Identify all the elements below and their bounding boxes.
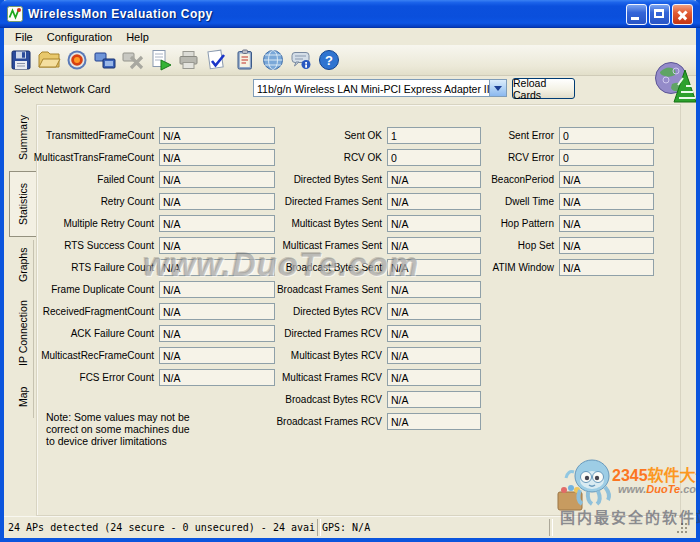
stat-value-field: N/A: [159, 259, 275, 276]
stat-row: ATIM WindowN/A: [460, 256, 654, 278]
stat-label: Retry Count: [30, 196, 154, 207]
stat-row: RTS Failure CountN/A: [30, 256, 275, 278]
stats-column-traffic: Sent OK1RCV OK0Directed Bytes SentN/ADir…: [276, 124, 481, 432]
network-card-dropdown[interactable]: 11b/g/n Wireless LAN Mini-PCI Express Ad…: [253, 79, 507, 97]
stat-value-field: N/A: [159, 149, 275, 166]
title-bar: WirelessMon Evaluation Copy: [0, 0, 700, 28]
stat-value-field: N/A: [159, 347, 275, 364]
stat-row: BeaconPeriodN/A: [460, 168, 654, 190]
stat-label: Multicast Frames RCV: [276, 372, 382, 383]
disconnect-button[interactable]: [119, 47, 147, 74]
stat-row: RCV Error0: [460, 146, 654, 168]
print-icon: [177, 48, 201, 72]
stat-value-field: N/A: [387, 347, 481, 364]
network-cards-button[interactable]: [91, 47, 119, 74]
stat-label: ATIM Window: [460, 262, 554, 273]
resize-grip[interactable]: [681, 523, 693, 535]
stat-label: ACK Failure Count: [30, 328, 154, 339]
stat-value-field: N/A: [159, 215, 275, 232]
disconnect-icon: [121, 48, 145, 72]
stat-label: RTS Success Count: [30, 240, 154, 251]
stat-label: Hop Set: [460, 240, 554, 251]
status-divider: [317, 519, 321, 536]
stat-label: Hop Pattern: [460, 218, 554, 229]
stat-value-field: N/A: [387, 413, 481, 430]
run-test-icon: [149, 48, 173, 72]
stat-label: RTS Failure Count: [30, 262, 154, 273]
record-button[interactable]: [63, 47, 91, 74]
feedback-icon: [289, 48, 313, 72]
menu-file[interactable]: File: [8, 30, 40, 44]
stat-label: BeaconPeriod: [460, 174, 554, 185]
stat-label: MulticastRecFrameCount: [30, 350, 154, 361]
open-button[interactable]: [35, 47, 63, 74]
stat-row: ReceivedFragmentCountN/A: [30, 300, 275, 322]
stat-row: Broadcast Frames RCVN/A: [276, 410, 481, 432]
dropdown-arrow-icon[interactable]: [489, 80, 506, 96]
stat-label: ReceivedFragmentCount: [30, 306, 154, 317]
select-network-card-label: Select Network Card: [14, 83, 110, 95]
stat-value-field: N/A: [159, 303, 275, 320]
stat-label: Sent Error: [460, 130, 554, 141]
stat-row: Failed CountN/A: [30, 168, 275, 190]
stat-label: Sent OK: [276, 130, 382, 141]
stat-row: MulticastTransFrameCountN/A: [30, 146, 275, 168]
stat-row: Broadcast Bytes SentN/A: [276, 256, 481, 278]
stat-row: Sent OK1: [276, 124, 481, 146]
stat-value-field: N/A: [159, 193, 275, 210]
stat-label: Directed Frames RCV: [276, 328, 382, 339]
print-button[interactable]: [175, 47, 203, 74]
stat-row: Multicast Bytes RCVN/A: [276, 344, 481, 366]
stat-value-field: N/A: [559, 193, 654, 210]
menu-configuration[interactable]: Configuration: [40, 30, 119, 44]
save-icon: [9, 48, 33, 72]
stat-row: Retry CountN/A: [30, 190, 275, 212]
stat-label: Directed Bytes Sent: [276, 174, 382, 185]
svg-text:?: ?: [325, 53, 333, 68]
stat-label: Directed Frames Sent: [276, 196, 382, 207]
stat-value-field: N/A: [559, 237, 654, 254]
record-target-icon: [65, 48, 89, 72]
save-button[interactable]: [7, 47, 35, 74]
clipboard-report-button[interactable]: [231, 47, 259, 74]
open-folder-icon: [37, 48, 61, 72]
stat-row: Directed Frames RCVN/A: [276, 322, 481, 344]
driver-limitations-note: Note: Some values may not be correct on …: [46, 411, 246, 447]
stat-label: MulticastTransFrameCount: [30, 152, 154, 163]
stat-row: Hop PatternN/A: [460, 212, 654, 234]
menu-bar: File Configuration Help: [4, 28, 696, 45]
stat-row: Dwell TimeN/A: [460, 190, 654, 212]
close-button[interactable]: [672, 4, 693, 25]
status-bar: 24 APs detected (24 secure - 0 unsecured…: [4, 516, 696, 538]
stat-label: Dwell Time: [460, 196, 554, 207]
reload-cards-button[interactable]: Reload Cards: [512, 78, 575, 99]
web-button[interactable]: [259, 47, 287, 74]
minimize-icon: [631, 17, 639, 20]
stat-label: Failed Count: [30, 174, 154, 185]
report-check-button[interactable]: [203, 47, 231, 74]
run-test-button[interactable]: [147, 47, 175, 74]
network-card-selected-value: 11b/g/n Wireless LAN Mini-PCI Express Ad…: [254, 81, 489, 96]
stat-row: ACK Failure CountN/A: [30, 322, 275, 344]
maximize-icon: [654, 9, 664, 18]
stat-row: Broadcast Frames SentN/A: [276, 278, 481, 300]
stat-row: Directed Frames SentN/A: [276, 190, 481, 212]
stat-value-field: N/A: [159, 237, 275, 254]
gps-status: GPS: N/A: [322, 522, 370, 533]
stat-label: Broadcast Frames RCV: [276, 416, 382, 427]
feedback-button[interactable]: [287, 47, 315, 74]
help-button[interactable]: ?: [315, 47, 343, 74]
stat-label: Broadcast Bytes RCV: [276, 394, 382, 405]
stat-label: Multiple Retry Count: [30, 218, 154, 229]
stat-row: Directed Bytes RCVN/A: [276, 300, 481, 322]
maximize-button[interactable]: [649, 4, 670, 25]
clipboard-report-icon: [233, 48, 257, 72]
stat-value-field: N/A: [159, 369, 275, 386]
stat-row: FCS Error CountN/A: [30, 366, 275, 388]
minimize-button[interactable]: [626, 4, 647, 25]
app-icon: [7, 6, 23, 22]
stat-row: Hop SetN/A: [460, 234, 654, 256]
stat-row: Directed Bytes SentN/A: [276, 168, 481, 190]
menu-help[interactable]: Help: [119, 30, 156, 44]
stats-column-radio: Sent Error0RCV Error0BeaconPeriodN/ADwel…: [460, 124, 654, 278]
